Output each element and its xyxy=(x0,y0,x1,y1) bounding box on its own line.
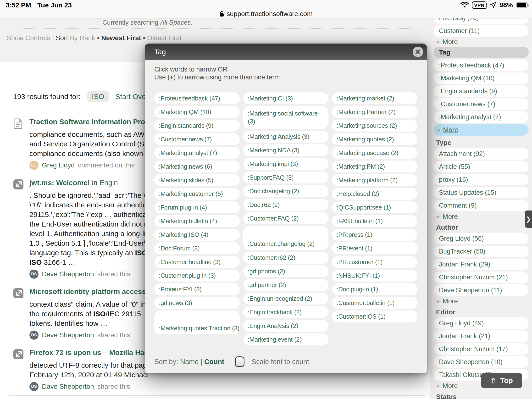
tag-pill[interactable]: :Customer:FAQ (2) xyxy=(243,212,329,224)
tag-pill[interactable]: :Doc:Forum (3) xyxy=(154,242,240,254)
tag-pill[interactable]: :Engin:unrecognized (2) xyxy=(243,292,329,304)
tag-pill[interactable]: :PR:press (1) xyxy=(332,229,418,241)
tag-pill[interactable]: :Marketing:ISO (4) xyxy=(154,229,240,241)
result-title-link[interactable]: Microsoft identity platform access t xyxy=(29,288,150,295)
scale-font-checkbox[interactable] xyxy=(235,356,244,367)
tag-pill[interactable]: :FAST:bulletin (1) xyxy=(332,215,418,227)
facet-item[interactable]: Article (55) xyxy=(434,161,529,172)
start-over-link[interactable]: Start Over xyxy=(115,93,148,101)
sort-by-name-link[interactable]: Name xyxy=(180,358,199,366)
tag-pill[interactable]: :Proteus:FYI (3) xyxy=(154,283,240,295)
facet-item[interactable]: Christopher Nuzum (17) xyxy=(434,343,529,355)
result-title-link[interactable]: Firefox 73 is upon us – Mozilla Hack xyxy=(29,348,152,356)
facet-item[interactable]: Attachment (92) xyxy=(434,148,529,159)
facet-item[interactable]: BugTracker (50) xyxy=(434,246,529,257)
facet-header-status[interactable]: Status xyxy=(436,393,529,399)
facet-item[interactable]: :Marketing:QM (10) xyxy=(434,72,529,84)
tag-pill[interactable]: :Doc:r62 (2) xyxy=(243,199,329,211)
facet-header-editor[interactable]: Editor xyxy=(436,308,529,317)
tag-pill[interactable]: :grl:news (3) xyxy=(154,297,240,309)
tag-pill[interactable]: :grl:partner (2) xyxy=(243,279,329,291)
tag-pill[interactable]: :Engin:standards (9) xyxy=(154,120,240,132)
facet-item[interactable]: Comment (9) xyxy=(434,200,529,211)
facet-header-type[interactable]: Type xyxy=(436,139,529,147)
tag-pill[interactable]: :Customer:r62 (2) xyxy=(243,252,329,264)
facet-more-link[interactable]: ◀More xyxy=(434,124,529,136)
tag-pill[interactable]: :Marketing:PM (2) xyxy=(332,160,418,172)
facet-header-tag[interactable]: Tag xyxy=(434,47,529,58)
facet-item[interactable]: :Proteus:feedback (47) xyxy=(434,60,529,71)
tag-pill[interactable]: :Marketing:Partner (2) xyxy=(332,106,418,118)
sort-by-count-link[interactable]: Count xyxy=(204,358,224,366)
space-link[interactable]: Engin xyxy=(100,179,118,187)
facet-item[interactable]: Jordan Frank (29) xyxy=(434,259,529,270)
tag-pill[interactable]: :Marketing:platform (2) xyxy=(332,174,418,186)
facet-more-link[interactable]: ◀More xyxy=(436,38,529,46)
facet-item[interactable]: :Marketing:analyst (7) xyxy=(434,111,529,123)
author-link[interactable]: Dave Shepperton xyxy=(42,331,94,339)
close-icon[interactable] xyxy=(413,47,423,57)
author-link[interactable]: Greg Lloyd xyxy=(42,161,75,169)
tag-pill[interactable]: :Forum:plug-in (4) xyxy=(154,201,240,213)
tag-pill[interactable]: :Marketing:analyst (7) xyxy=(154,147,240,159)
show-controls-link[interactable]: Show Controls xyxy=(7,34,50,42)
tag-pill[interactable]: :Customer:changelog (2) xyxy=(243,226,329,250)
result-title-link[interactable]: Traction Software Information Prote xyxy=(29,118,152,126)
sort-oldest-first[interactable]: Oldest First xyxy=(147,34,181,42)
tag-pill[interactable]: :Marketing:market (2) xyxy=(332,92,418,104)
facet-item[interactable]: :Customer:news (7) xyxy=(434,98,529,110)
tag-pill[interactable]: :PR:event (1) xyxy=(332,242,418,254)
tag-pill[interactable]: :Marketing:social software (3) xyxy=(243,106,329,129)
tag-pill[interactable]: :Engin:Analysis (2) xyxy=(243,320,329,332)
tag-pill[interactable]: :Doc:changelog (2) xyxy=(243,185,329,197)
tag-pill[interactable]: :Customer:news (7) xyxy=(154,133,240,145)
sort-newest-first[interactable]: Newest First xyxy=(101,34,141,42)
tag-pill[interactable]: :grl:photos (2) xyxy=(243,265,329,277)
scroll-top-button[interactable]: ⇧ Top xyxy=(481,373,522,388)
facet-item[interactable]: Dave Shepperton (10) xyxy=(434,356,529,368)
tag-pill[interactable]: :Customer:bulletin (1) xyxy=(332,297,418,309)
tag-pill[interactable]: :Marketing:news (6) xyxy=(154,160,240,172)
tag-pill[interactable]: :Marketing:CI (3) xyxy=(243,92,329,104)
facet-item[interactable]: Status Updates (15) xyxy=(434,187,529,198)
tag-pill[interactable]: :Marketing:quotes (2) xyxy=(332,133,418,145)
tag-pill[interactable]: :Marketing:slides (5) xyxy=(154,174,240,186)
tag-pill[interactable]: :Marketing:impi (3) xyxy=(243,158,329,170)
sort-by-rank[interactable]: By Rank xyxy=(70,34,95,42)
tag-pill[interactable]: :Marketing:event (2) xyxy=(243,333,329,345)
facet-item[interactable]: Christopher Nuzum (21) xyxy=(434,272,529,283)
tag-pill[interactable]: :Marketing:Analysis (3) xyxy=(243,131,329,143)
tag-pill[interactable]: :Proteus:feedback (47) xyxy=(154,92,240,104)
facet-item[interactable]: Jordan Frank (21) xyxy=(434,330,529,342)
tag-pill[interactable]: :Marketing:usecase (2) xyxy=(332,147,418,159)
facet-item[interactable]: Greg Lloyd (56) xyxy=(434,233,529,244)
tag-pill[interactable]: :Marketing:quotes:Traction (3) xyxy=(154,310,240,334)
facet-more-link[interactable]: ◀More xyxy=(436,297,529,305)
address-bar[interactable]: support.tractionsoftware.com xyxy=(0,10,532,19)
tag-pill[interactable]: :Customer:iOS (1) xyxy=(332,310,418,323)
facet-item[interactable]: Customer (11) xyxy=(434,25,529,37)
tag-pill[interactable]: :Doc:plug-in (1) xyxy=(332,283,418,295)
facet-item[interactable]: Live Blog (26) xyxy=(434,19,529,24)
facet-header-author[interactable]: Author xyxy=(436,223,529,232)
tag-pill[interactable]: :PR:customer (1) xyxy=(332,256,418,268)
facet-item[interactable]: Greg Lloyd (49) xyxy=(434,317,529,329)
facet-item[interactable]: Dave Shepperton (11) xyxy=(434,285,529,296)
author-link[interactable]: Dave Shepperton xyxy=(42,383,94,390)
facet-item[interactable]: :Engin:standards (9) xyxy=(434,85,529,97)
tag-pill[interactable]: :Marketing:QM (10) xyxy=(154,106,240,118)
tag-pill[interactable]: :Marketing:NDA (3) xyxy=(243,144,329,156)
tag-pill[interactable]: :Customer:headline (3) xyxy=(154,256,240,268)
tag-pill[interactable]: :NHSUK:FYI (1) xyxy=(332,270,418,282)
tag-pill[interactable]: :Marketing:sources (2) xyxy=(332,120,418,132)
tag-pill[interactable]: :Support:FAQ (3) xyxy=(243,171,329,184)
facet-item[interactable]: proxy (16) xyxy=(434,174,529,185)
tag-pill[interactable]: :Customer:plug-in (3) xyxy=(154,270,240,282)
query-chip[interactable]: ISO xyxy=(87,91,109,102)
tag-pill[interactable]: :QICSupport:see (1) xyxy=(332,201,418,213)
tag-pill[interactable]: :Marketing:bulletin (4) xyxy=(154,215,240,227)
result-title-link[interactable]: jwt.ms: Welcome! xyxy=(29,179,90,187)
tag-pill[interactable]: :Help:closed (2) xyxy=(332,188,418,200)
tag-pill[interactable]: :Marketing:customer (5) xyxy=(154,188,240,200)
sidebar-collapse-tab[interactable]: ❯ xyxy=(525,210,532,228)
